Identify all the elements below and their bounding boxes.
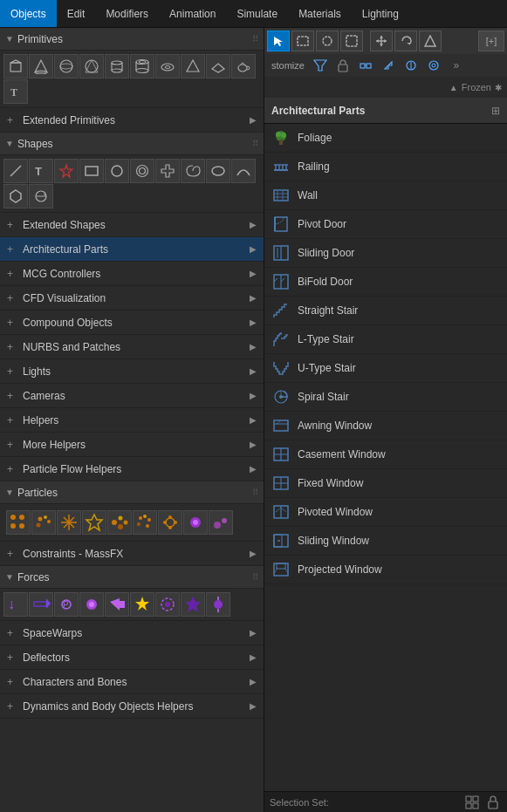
particle-pf-source[interactable] <box>6 510 31 535</box>
prim-sphere[interactable] <box>54 54 79 78</box>
section-forces[interactable]: ▼ Forces ⠿ <box>0 566 264 589</box>
submenu-casement-window[interactable]: Casement Window <box>264 440 507 469</box>
menu-edit[interactable]: Edit <box>57 0 96 27</box>
tool-select[interactable] <box>267 31 290 51</box>
submenu-l-stair[interactable]: L-Type Stair <box>264 325 507 354</box>
prim-pyramid[interactable] <box>181 54 205 78</box>
shape-arc[interactable] <box>231 159 256 183</box>
section-extended-primitives[interactable]: + Extended Primitives ▶ <box>0 108 264 133</box>
force-motor[interactable] <box>79 592 104 617</box>
menu-animation[interactable]: Animation <box>159 0 226 27</box>
prim-box[interactable] <box>3 54 28 78</box>
section-shapes[interactable]: ▼ Shapes ⠿ <box>0 133 264 155</box>
particle-spray[interactable] <box>31 510 56 535</box>
tool-move[interactable] <box>370 31 393 51</box>
prim-torus[interactable] <box>155 54 180 78</box>
particle-array[interactable] <box>107 510 132 535</box>
particle-blizzard[interactable] <box>133 510 157 535</box>
prim-geosphere[interactable] <box>79 54 104 78</box>
prim-text[interactable]: T <box>3 79 28 104</box>
submenu-awning-window[interactable]: Awning Window <box>264 412 507 440</box>
submenu-straight-stair[interactable]: Straight Stair <box>264 297 507 325</box>
submenu-projected-window[interactable]: Projected Window <box>264 556 507 584</box>
tool-obj3[interactable] <box>401 56 421 75</box>
section-particles[interactable]: ▼ Particles ⠿ <box>0 481 264 504</box>
force-gravity[interactable]: ↓ <box>3 592 28 617</box>
prim-tube[interactable] <box>130 54 154 78</box>
submenu-bifold-door[interactable]: BiFold Door <box>264 268 507 297</box>
section-nurbs[interactable]: + NURBS and Patches ▶ <box>0 335 264 359</box>
section-dynamics[interactable]: + Dynamics and Body Objects Helpers ▶ <box>0 694 264 719</box>
shape-spiral[interactable] <box>181 159 205 183</box>
tool-obj4[interactable] <box>423 56 444 75</box>
tool-rotate[interactable] <box>394 31 417 51</box>
section-characters[interactable]: + Characters and Bones ▶ <box>0 670 264 694</box>
menu-simulate[interactable]: Simulate <box>226 0 288 27</box>
submenu-fixed-window[interactable]: Fixed Window <box>264 469 507 498</box>
shape-ellipse[interactable] <box>206 159 230 183</box>
force-displace[interactable]: P <box>54 592 79 617</box>
tool-obj1[interactable] <box>355 56 376 75</box>
tool-lock[interactable] <box>332 56 353 75</box>
status-grid-icon[interactable] <box>463 795 481 810</box>
submenu-foliage[interactable]: Foliage <box>264 124 507 153</box>
prim-cone[interactable] <box>29 54 53 78</box>
section-compound[interactable]: + Compound Objects ▶ <box>0 310 264 335</box>
section-cfd[interactable]: + CFD Visualization ▶ <box>0 286 264 310</box>
status-lock-icon[interactable] <box>484 795 502 810</box>
section-architectural-parts[interactable]: + Architectural Parts ▶ <box>0 237 264 262</box>
prim-cylinder[interactable] <box>105 54 129 78</box>
prim-plane[interactable] <box>206 54 230 78</box>
particle-super[interactable] <box>82 510 106 535</box>
menu-modifiers[interactable]: Modifiers <box>95 0 159 27</box>
tool-plus[interactable]: [+] <box>478 31 504 51</box>
particle-extra[interactable] <box>158 510 182 535</box>
shape-cross[interactable] <box>155 159 180 183</box>
section-helpers[interactable]: + Helpers ▶ <box>0 408 264 433</box>
particle-snow[interactable] <box>57 510 81 535</box>
submenu-wall[interactable]: Wall <box>264 181 507 210</box>
submenu-railing[interactable]: Railing <box>264 153 507 181</box>
force-vortex[interactable] <box>155 592 180 617</box>
shape-section[interactable] <box>29 184 53 208</box>
section-lights[interactable]: + Lights ▶ <box>0 359 264 384</box>
tool-filter[interactable] <box>310 56 331 75</box>
section-spacewarps[interactable]: + SpaceWarps ▶ <box>0 621 264 645</box>
menu-lighting[interactable]: Lighting <box>352 0 409 27</box>
force-star[interactable] <box>130 592 154 617</box>
menu-materials[interactable]: Materials <box>288 0 352 27</box>
submenu-pivoted-window[interactable]: Pivoted Window <box>264 498 507 527</box>
shape-circle[interactable] <box>105 159 129 183</box>
submenu-spiral-stair[interactable]: Spiral Stair <box>264 383 507 412</box>
submenu-u-stair[interactable]: U-Type Stair <box>264 354 507 383</box>
force-path[interactable] <box>206 592 230 617</box>
submenu-grid-icon[interactable]: ⊞ <box>491 105 500 117</box>
submenu-sliding-door[interactable]: Sliding Door <box>264 239 507 268</box>
section-cameras[interactable]: + Cameras ▶ <box>0 384 264 408</box>
shape-star[interactable] <box>54 159 79 183</box>
section-constraints[interactable]: + Constraints - MassFX ▶ <box>0 542 264 566</box>
section-particle-flow[interactable]: + Particle Flow Helpers ▶ <box>0 457 264 481</box>
section-more-helpers[interactable]: + More Helpers ▶ <box>0 433 264 457</box>
tool-obj2[interactable] <box>378 56 399 75</box>
force-push[interactable] <box>105 592 129 617</box>
shape-ring[interactable] <box>130 159 154 183</box>
particle-deflector[interactable] <box>209 510 233 535</box>
submenu-pivot-door[interactable]: Pivot Door <box>264 210 507 239</box>
section-primitives[interactable]: ▼ Primitives ⠿ <box>0 28 264 51</box>
tool-rect-select[interactable] <box>291 31 314 51</box>
particle-single[interactable] <box>183 510 208 535</box>
tool-more[interactable]: » <box>446 56 467 75</box>
menu-objects[interactable]: Objects <box>0 0 57 27</box>
tool-lasso[interactable] <box>340 31 363 51</box>
shape-ngon[interactable] <box>3 184 28 208</box>
section-deflectors[interactable]: + Deflectors ▶ <box>0 645 264 670</box>
shape-rectangle[interactable] <box>79 159 104 183</box>
prim-teapot[interactable] <box>231 54 256 78</box>
shape-text[interactable]: T <box>29 159 53 183</box>
section-extended-shapes[interactable]: + Extended Shapes ▶ <box>0 213 264 237</box>
tool-circle-select[interactable] <box>316 31 339 51</box>
section-mcg[interactable]: + MCG Controllers ▶ <box>0 262 264 286</box>
force-drag[interactable] <box>181 592 205 617</box>
shape-line[interactable] <box>3 159 28 183</box>
